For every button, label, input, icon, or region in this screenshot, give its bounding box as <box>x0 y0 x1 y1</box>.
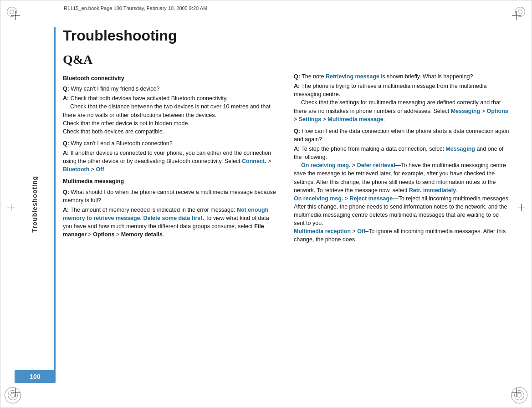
q5-label: Q: <box>294 128 300 134</box>
content-columns: Bluetooth connectivity Q: Why can't I fi… <box>63 72 510 386</box>
link-settings-1: Settings <box>299 116 321 122</box>
qa-a3: A: The amount of memory needed is indica… <box>63 206 279 239</box>
link-retr: Retr. immediately <box>409 187 456 194</box>
q2-label: Q: <box>63 140 69 147</box>
reg-mark-ml <box>7 204 15 211</box>
qa-a1: A: Check that both devices have activate… <box>63 94 279 136</box>
qa-a5: A: To stop the phone from making a data … <box>294 145 510 244</box>
link-multimedia-reception: Multimedia reception <box>294 228 351 235</box>
page-number: 100 <box>15 370 56 383</box>
link-messaging-1: Messaging <box>451 108 481 114</box>
link-defer: Defer retrieval <box>357 162 395 168</box>
link-off: Off <box>96 166 104 173</box>
q3-label: Q: <box>63 189 69 195</box>
deco-circle-bl-inner <box>10 393 15 398</box>
a2-label: A: <box>63 150 69 156</box>
link-off-2: Off <box>357 228 365 235</box>
a4-label: A: <box>294 83 300 89</box>
a3-label: A: <box>63 207 69 213</box>
left-column: Bluetooth connectivity Q: Why can't I fi… <box>63 72 279 386</box>
qa-block-4: Q: The note Retrieving message is shown … <box>294 72 510 123</box>
right-column: Q: The note Retrieving message is shown … <box>294 72 510 386</box>
section-multimedia-heading: Multimedia messaging <box>63 177 279 185</box>
a1-label: A: <box>63 95 69 102</box>
deco-circle-br-inner <box>517 393 522 398</box>
top-bar-text: R1115_en.book Page 100 Thursday, Februar… <box>64 5 207 11</box>
q1-label: Q: <box>63 86 69 92</box>
qa-a2: A: If another device is connected to you… <box>63 149 279 173</box>
qa-q3: Q: What should I do when the phone canno… <box>63 188 279 204</box>
sidebar: Troubleshooting <box>15 27 56 381</box>
link-not-enough: Not enough memory to retrieve message. D… <box>63 207 268 221</box>
q4-label: Q: <box>294 73 300 80</box>
link-messaging-2: Messaging <box>445 146 475 152</box>
a5-label: A: <box>294 146 300 152</box>
text-options: Options <box>93 231 114 238</box>
qa-q4: Q: The note Retrieving message is shown … <box>294 72 510 81</box>
qa-symbol: Q&A <box>63 52 510 67</box>
section-bluetooth-heading: Bluetooth connectivity <box>63 74 279 82</box>
qa-a4: A: The phone is trying to retrieve a mul… <box>294 82 510 123</box>
link-reject: Reject message <box>350 195 393 202</box>
main-content: Troubleshooting Q&A Bluetooth connectivi… <box>63 23 510 386</box>
link-connect: Connect. <box>242 158 266 164</box>
qa-block-5: Q: How can I end the data connection whe… <box>294 127 510 244</box>
qa-q5: Q: How can I end the data connection whe… <box>294 127 510 143</box>
deco-circle-tl-inner <box>10 10 14 14</box>
qa-block-3: Q: What should I do when the phone canno… <box>63 188 279 239</box>
qa-q1: Q: Why can't I find my friend's device? <box>63 85 279 93</box>
qa-q2: Q: Why can't I end a Bluetooth connectio… <box>63 139 279 148</box>
page-title: Troubleshooting <box>63 27 510 44</box>
deco-circle-tr-inner <box>518 10 522 14</box>
top-bar: R1115_en.book Page 100 Thursday, Februar… <box>64 5 514 13</box>
link-retrieving: Retrieving message <box>326 73 379 80</box>
link-on-receiving-1: On receiving msg. <box>301 162 350 168</box>
link-mms: Multimedia message <box>327 116 383 122</box>
link-options-1: Options <box>487 108 508 114</box>
link-bluetooth: Bluetooth <box>63 166 89 173</box>
text-memory-details: Memory details <box>121 231 163 238</box>
qa-block-1: Q: Why can't I find my friend's device? … <box>63 85 279 136</box>
link-on-receiving-2: On receiving msg. <box>294 195 343 202</box>
qa-block-2: Q: Why can't I end a Bluetooth connectio… <box>63 139 279 174</box>
reg-mark-mr <box>517 204 525 211</box>
sidebar-label: Troubleshooting <box>31 176 38 233</box>
